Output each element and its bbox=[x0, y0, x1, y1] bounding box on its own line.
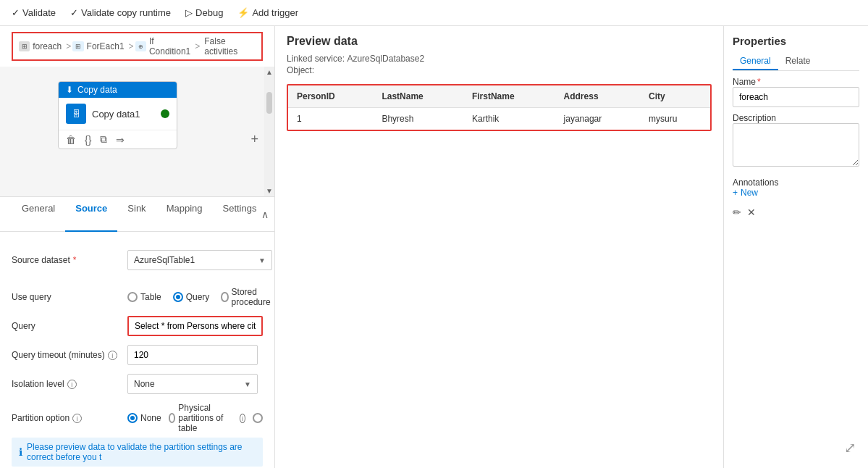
props-tab-related[interactable]: Relate bbox=[778, 53, 818, 70]
query-timeout-info-icon[interactable]: i bbox=[108, 351, 117, 360]
checkmark-icon: ✓ bbox=[12, 7, 20, 18]
props-description-section: Description bbox=[733, 113, 859, 169]
center-area: ⊞ foreach > ⊞ ForEach1 > ⊕ If Condition1… bbox=[0, 26, 274, 468]
connect-icon[interactable]: ⇒ bbox=[116, 134, 125, 146]
canvas-plus-btn[interactable]: + bbox=[250, 132, 258, 147]
info-bar: ℹ Please preview data to validate the pa… bbox=[12, 438, 263, 467]
preview-table: PersonID LastName FirstName Address City… bbox=[288, 85, 710, 130]
tab-sink[interactable]: Sink bbox=[117, 197, 156, 232]
scroll-up-btn[interactable]: ▲ bbox=[264, 67, 274, 78]
query-label: Query bbox=[12, 321, 127, 331]
query-input[interactable] bbox=[127, 316, 263, 336]
properties-panel: Properties General Relate Name * Descrip… bbox=[723, 26, 868, 468]
query-timeout-label: Query timeout (minutes) i bbox=[12, 350, 127, 360]
isolation-level-control: None ▼ bbox=[127, 374, 263, 394]
breadcrumb-item3[interactable]: If Condition1 bbox=[149, 36, 190, 57]
use-query-control: Table Query Stored procedure bbox=[127, 287, 273, 307]
card-body: 🗄 Copy data1 bbox=[59, 98, 177, 130]
lightning-icon: ⚡ bbox=[237, 7, 249, 18]
props-description-input[interactable] bbox=[733, 123, 859, 167]
canvas-scrollbar[interactable]: ▲ ▼ bbox=[264, 67, 274, 196]
scroll-thumb[interactable] bbox=[266, 92, 272, 114]
delete-icon[interactable]: 🗑 bbox=[66, 134, 76, 146]
card-header: ⬇ Copy data bbox=[59, 82, 177, 98]
use-query-row: Use query Table Query Stored procedure bbox=[12, 287, 263, 307]
scroll-down-btn[interactable]: ▼ bbox=[264, 185, 274, 196]
card-header-label: Copy data bbox=[77, 85, 117, 95]
radio-table[interactable]: Table bbox=[127, 292, 161, 302]
radio-query[interactable]: Query bbox=[173, 292, 210, 302]
main-container: ⊞ foreach > ⊞ ForEach1 > ⊕ If Condition1… bbox=[0, 26, 868, 468]
partition-physical-info-icon[interactable]: i bbox=[240, 414, 245, 423]
props-tab-general[interactable]: General bbox=[733, 53, 778, 70]
partition-option-row: Partition option i None Physical partiti… bbox=[12, 403, 263, 433]
partition-extra-radio[interactable] bbox=[253, 413, 263, 423]
query-timeout-input[interactable] bbox=[127, 345, 258, 365]
radio-stored-procedure[interactable]: Stored procedure bbox=[221, 287, 273, 307]
partition-physical-radio[interactable]: Physical partitions of table i bbox=[169, 403, 245, 433]
code-icon[interactable]: {} bbox=[85, 134, 91, 146]
isolation-info-icon[interactable]: i bbox=[67, 380, 77, 389]
card-success-indicator bbox=[161, 109, 169, 118]
query-row: Query bbox=[12, 316, 263, 336]
properties-title: Properties bbox=[733, 35, 859, 47]
preview-pane: Preview data Linked service: AzureSqlDat… bbox=[274, 26, 723, 468]
breadcrumb-ifcond-icon: ⊕ bbox=[135, 41, 146, 51]
preview-title: Preview data bbox=[287, 35, 712, 48]
partition-extra-dot bbox=[253, 413, 263, 423]
preview-object: Object: bbox=[287, 65, 712, 75]
partition-info-icon[interactable]: i bbox=[72, 414, 82, 423]
props-name-input[interactable] bbox=[733, 87, 859, 107]
props-description-label: Description bbox=[733, 113, 859, 123]
source-dataset-select[interactable]: AzureSqlTable1 ▼ bbox=[127, 250, 272, 270]
tab-general[interactable]: General bbox=[12, 197, 65, 232]
col-lastname: LastName bbox=[373, 85, 463, 108]
card-footer: 🗑 {} ⧉ ⇒ bbox=[59, 130, 177, 149]
partition-none-radio[interactable]: None bbox=[127, 413, 161, 423]
isolation-level-label: Isolation level i bbox=[12, 379, 127, 389]
source-dataset-control: AzureSqlTable1 ▼ ✏ Open + New ↻ bbox=[127, 242, 274, 278]
debug-button[interactable]: ▷ Debug bbox=[185, 7, 223, 18]
tabs: General Source Sink Mapping Settings Use… bbox=[0, 197, 274, 232]
col-personid: PersonID bbox=[288, 85, 373, 108]
breadcrumb-item1[interactable]: foreach bbox=[33, 41, 62, 51]
breadcrumb-foreach-icon: ⊞ bbox=[19, 41, 30, 51]
radio-query-dot bbox=[173, 292, 183, 302]
tab-source[interactable]: Source bbox=[65, 197, 117, 232]
chevron-down-icon: ▼ bbox=[258, 256, 266, 264]
db-icon: 🗄 bbox=[72, 109, 80, 118]
add-trigger-button[interactable]: ⚡ Add trigger bbox=[237, 7, 298, 18]
checkmark2-icon: ✓ bbox=[70, 7, 78, 18]
breadcrumb-item4: False activities bbox=[204, 36, 253, 57]
partition-options-control: None Physical partitions of table i bbox=[127, 403, 263, 433]
validate-button[interactable]: ✓ Validate bbox=[12, 7, 56, 18]
props-edit-btn[interactable]: ✏ bbox=[733, 206, 741, 218]
form-area: Source dataset * AzureSqlTable1 ▼ ✏ Open bbox=[0, 232, 274, 468]
breadcrumb: ⊞ foreach > ⊞ ForEach1 > ⊕ If Condition1… bbox=[12, 32, 263, 61]
tab-mapping[interactable]: Mapping bbox=[156, 197, 213, 232]
breadcrumb-item2[interactable]: ForEach1 bbox=[87, 41, 125, 51]
tab-settings[interactable]: Settings bbox=[213, 197, 267, 232]
info-bar-icon: ℹ bbox=[19, 446, 22, 458]
card-title: Copy data1 bbox=[92, 109, 140, 120]
validate-copy-button[interactable]: ✓ Validate copy runtime bbox=[70, 7, 171, 18]
chevron-up-icon: ∧ bbox=[261, 209, 269, 220]
props-annotations-new-btn[interactable]: + New bbox=[733, 188, 859, 198]
props-close-btn[interactable]: ✕ bbox=[747, 206, 756, 218]
copy-data-header-icon: ⬇ bbox=[66, 85, 73, 95]
tabs-collapse-btn[interactable]: ∧ bbox=[261, 209, 269, 220]
clone-icon[interactable]: ⧉ bbox=[100, 133, 107, 146]
table-row: 1BhyreshKarthikjayanagarmysuru bbox=[288, 108, 710, 130]
chevron-down-icon2: ▼ bbox=[244, 380, 251, 388]
query-timeout-row: Query timeout (minutes) i bbox=[12, 345, 263, 365]
query-control bbox=[127, 316, 263, 336]
preview-table-wrapper: PersonID LastName FirstName Address City… bbox=[287, 84, 712, 131]
table-header-row: PersonID LastName FirstName Address City bbox=[288, 85, 710, 108]
partition-none-dot bbox=[127, 413, 138, 423]
play-icon: ▷ bbox=[185, 7, 193, 18]
isolation-level-row: Isolation level i None ▼ bbox=[12, 374, 263, 394]
props-annotations-section: Annotations + New bbox=[733, 175, 859, 198]
isolation-level-select[interactable]: None ▼ bbox=[127, 374, 258, 394]
copy-data-card[interactable]: ⬇ Copy data 🗄 Copy data1 🗑 {} ⧉ ⇒ bbox=[58, 81, 177, 149]
use-query-label: Use query bbox=[12, 292, 127, 302]
